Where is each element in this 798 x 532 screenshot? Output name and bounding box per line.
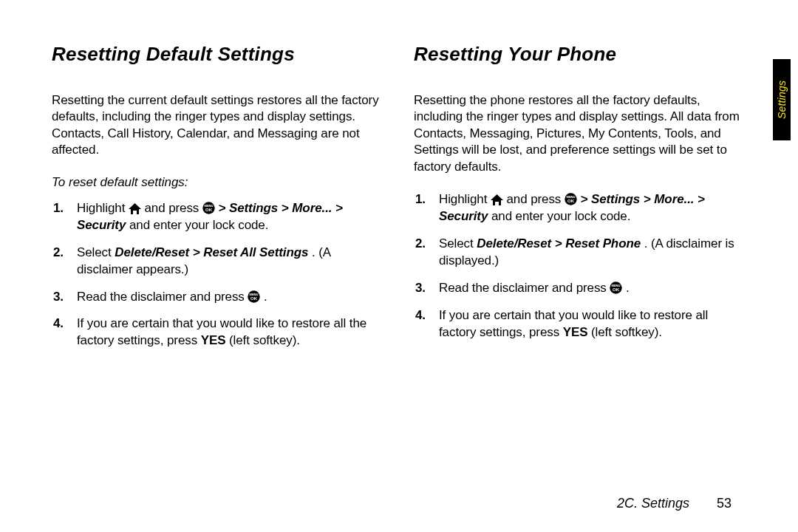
svg-text:OK: OK <box>613 287 620 292</box>
side-tab: Settings <box>773 59 791 140</box>
step-1: Highlight and press MENUOK > Settings > … <box>72 200 384 234</box>
nav-path: Delete/Reset > Reset Phone <box>477 236 641 250</box>
text: and press <box>145 201 202 215</box>
svg-text:OK: OK <box>250 296 258 301</box>
text: Highlight <box>439 192 491 206</box>
page-footer: 2C. Settings 53 <box>617 496 732 511</box>
home-icon <box>129 203 141 214</box>
nav-path: Delete/Reset > Reset All Settings <box>115 245 308 259</box>
text: and press <box>507 192 565 206</box>
section-label: 2C. Settings <box>617 496 689 511</box>
step-4: If you are certain that you would like t… <box>434 307 746 341</box>
text: (left softkey). <box>229 333 300 347</box>
menu-ok-icon: MENUOK <box>610 282 622 294</box>
step-3: Read the disclaimer and press MENUOK . <box>72 289 384 306</box>
step-4: If you are certain that you would like t… <box>72 316 384 349</box>
menu-ok-icon: MENUOK <box>565 193 577 205</box>
heading-reset-defaults: Resetting Default Settings <box>52 43 384 66</box>
left-column: Resetting Default Settings Resetting the… <box>52 43 384 360</box>
step-1: Highlight and press MENUOK > Settings > … <box>434 191 746 225</box>
menu-ok-icon: MENUOK <box>202 202 215 214</box>
right-column: Resetting Your Phone Resetting the phone… <box>414 43 746 360</box>
text: and enter your lock code. <box>491 209 630 223</box>
svg-text:OK: OK <box>205 208 213 212</box>
two-column-layout: Resetting Default Settings Resetting the… <box>52 43 746 360</box>
text: (left softkey). <box>591 325 662 339</box>
text: Read the disclaimer and press <box>439 281 610 295</box>
step-2: Select Delete/Reset > Reset All Settings… <box>72 245 384 279</box>
text: Select <box>77 245 115 259</box>
svg-text:OK: OK <box>567 199 575 203</box>
intro-paragraph: Resetting the phone restores all the fac… <box>414 92 746 175</box>
home-icon <box>491 194 503 205</box>
step-3: Read the disclaimer and press MENUOK . <box>434 280 746 297</box>
text: Select <box>439 236 477 250</box>
step-2: Select Delete/Reset > Reset Phone . (A d… <box>434 236 746 270</box>
text: Highlight <box>77 201 129 215</box>
yes-label: YES <box>201 333 226 347</box>
steps-list: Highlight and press MENUOK > Settings > … <box>414 191 746 341</box>
side-tab-label: Settings <box>776 81 788 119</box>
heading-reset-phone: Resetting Your Phone <box>414 43 746 66</box>
intro-paragraph: Resetting the current default settings r… <box>52 92 384 159</box>
steps-list: Highlight and press MENUOK > Settings > … <box>52 200 384 350</box>
manual-page: Settings Resetting Default Settings Rese… <box>0 0 798 532</box>
text: and enter your lock code. <box>129 218 268 232</box>
text: . <box>264 290 267 304</box>
text: . <box>626 281 630 295</box>
subheading: To reset default settings: <box>52 175 384 190</box>
page-number: 53 <box>717 496 732 511</box>
menu-ok-icon: MENUOK <box>248 290 260 303</box>
yes-label: YES <box>563 325 588 339</box>
text: Read the disclaimer and press <box>77 290 248 304</box>
